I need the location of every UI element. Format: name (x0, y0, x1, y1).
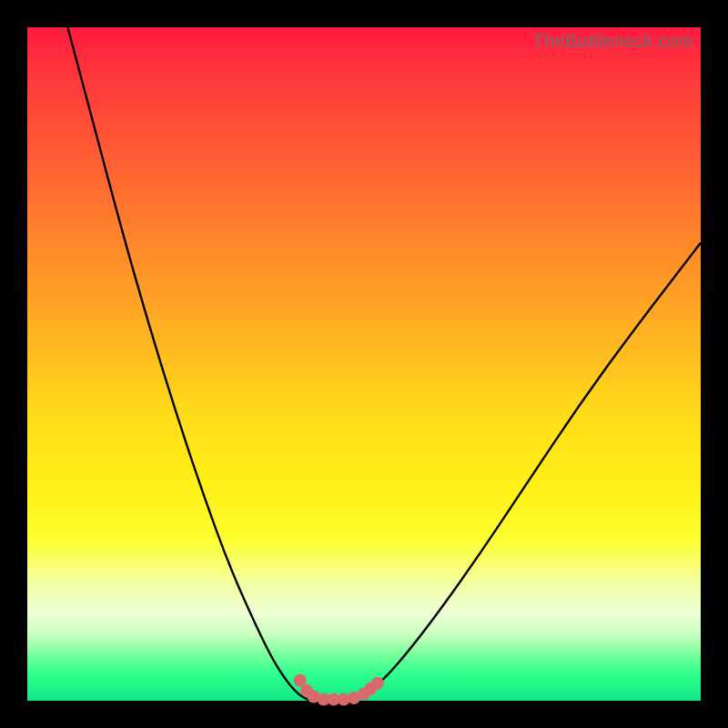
plot-area: TheBottleneck.com (27, 27, 701, 701)
marker-dot (371, 677, 384, 690)
optimal-zone-markers (294, 674, 384, 706)
curve-left-path (67, 27, 309, 701)
curve-right-path (350, 243, 701, 701)
chart-frame: TheBottleneck.com (0, 0, 728, 728)
chart-svg (27, 27, 701, 701)
